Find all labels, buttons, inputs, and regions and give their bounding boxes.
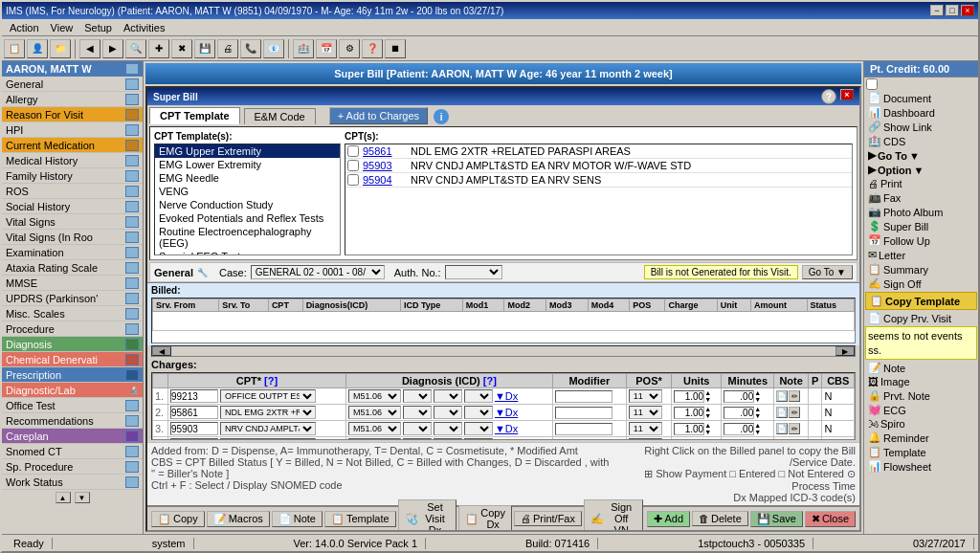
maximize-btn[interactable]: □ [946, 5, 959, 16]
charges-icd-select-4d[interactable] [464, 438, 493, 440]
toolbar-btn-5[interactable]: ▶ [102, 39, 123, 58]
btn-copy[interactable]: 📋 Copy [151, 511, 205, 527]
nav-diagnosis[interactable]: Diagnosis [2, 337, 143, 352]
superbill-close-btn[interactable]: × [840, 89, 854, 100]
charges-min-up-2[interactable]: ▲ [754, 406, 761, 412]
charges-units-down-2[interactable]: ▼ [704, 412, 711, 419]
rsp-letter[interactable]: ✉ Letter [864, 248, 978, 262]
toolbar-btn-9[interactable]: 💾 [194, 39, 215, 58]
nav-ros[interactable]: ROS [2, 184, 143, 199]
charges-cpt-input-4[interactable] [170, 438, 218, 440]
charges-modifier-4[interactable] [555, 439, 612, 441]
charges-units-3[interactable] [674, 423, 704, 435]
nav-work-status[interactable]: Work Status [2, 475, 143, 490]
cpt-code-0[interactable]: 95861 [363, 145, 411, 157]
charges-modifier-2[interactable] [555, 407, 612, 419]
charges-note-edit-1[interactable]: ✏ [789, 390, 800, 402]
nav-scroll-up[interactable]: ▲ [56, 492, 71, 503]
btn-template[interactable]: 📋 Template [324, 511, 396, 527]
nav-social-history[interactable]: Social History [2, 199, 143, 214]
toolbar-btn-8[interactable]: ✖ [171, 39, 192, 58]
cpt-template-list[interactable]: EMG Upper Extremity EMG Lower Extremity … [154, 144, 341, 255]
charges-min-down-3[interactable]: ▼ [754, 429, 761, 435]
nav-medical-history[interactable]: Medical History [2, 153, 143, 168]
charges-min-down-1[interactable]: ▼ [754, 396, 761, 403]
toolbar-btn-3[interactable]: 📁 [50, 39, 71, 58]
rsp-flowsheet[interactable]: 📊 Flowsheet [864, 459, 978, 474]
charges-icd-select-2d[interactable] [464, 406, 493, 419]
nav-prescription[interactable]: Prescription [2, 367, 143, 383]
toolbar-btn-14[interactable]: 📅 [316, 39, 337, 58]
nav-scroll-down[interactable]: ▼ [75, 492, 90, 503]
rsp-summary[interactable]: 📋 Summary [864, 262, 978, 276]
charges-icd-select-4b[interactable] [403, 438, 432, 440]
charges-icd-select-1d[interactable] [464, 389, 493, 403]
btn-close[interactable]: ✖ Close [805, 511, 856, 527]
charges-note-icon-2[interactable]: 📄 [776, 407, 788, 418]
charges-icd-select-3b[interactable] [403, 422, 432, 435]
charges-minutes-4[interactable] [724, 439, 754, 441]
charges-units-2[interactable] [674, 407, 704, 419]
nav-updrs[interactable]: UPDRS (Parkinson' [2, 291, 143, 306]
toolbar-btn-13[interactable]: 🏥 [293, 39, 314, 58]
nav-allergy[interactable]: Allergy [2, 92, 143, 107]
menu-view[interactable]: View [45, 19, 79, 35]
rsp-ecg[interactable]: 💓 ECG [864, 403, 978, 417]
btn-macros[interactable]: 📝 Macros [207, 511, 270, 527]
cpt-template-item-2[interactable]: EMG Needle [155, 171, 340, 185]
rsp-cds[interactable]: 🏥 CDS [864, 134, 978, 148]
charges-pos-select-1[interactable]: 11 [629, 389, 662, 403]
nav-misc-scales[interactable]: Misc. Scales [2, 306, 143, 321]
nav-office-test[interactable]: Office Test [2, 398, 143, 413]
charges-units-up-4[interactable]: ▲ [704, 438, 711, 440]
rsp-option[interactable]: ▶ Option ▼ [864, 163, 978, 177]
rsp-copy-template[interactable]: 📋 Copy Template [865, 292, 977, 310]
toolbar-btn-2[interactable]: 👤 [27, 39, 48, 58]
charges-note-icon-1[interactable]: 📄 [776, 390, 788, 402]
toolbar-btn-16[interactable]: ❓ [362, 39, 383, 58]
charges-minutes-1[interactable] [724, 390, 754, 403]
tab-cpt-template[interactable]: CPT Template [149, 107, 240, 124]
charges-units-1[interactable] [674, 390, 704, 403]
info-icon[interactable]: i [434, 109, 449, 124]
rsp-photo-album[interactable]: 📷 Photo Album [864, 205, 978, 219]
minimize-btn[interactable]: − [930, 5, 944, 16]
nav-reason-for-visit[interactable]: Reason For Visit [2, 107, 143, 122]
charges-cpt-select-4[interactable] [220, 438, 316, 440]
charges-dx-link-3[interactable]: ▼Dx [495, 423, 518, 434]
charges-modifier-1[interactable] [555, 390, 612, 403]
rsp-document[interactable]: 📄 Document [864, 91, 978, 105]
charges-units-4[interactable] [674, 439, 704, 441]
charges-cpt-select-3[interactable]: NRV CNDJ AMPLT&STD EA [220, 422, 316, 435]
toolbar-btn-1[interactable]: 📋 [4, 39, 25, 58]
charges-cpt-input-3[interactable] [170, 422, 218, 435]
charges-icd-select-1a[interactable]: M51.06 [348, 389, 401, 403]
toolbar-btn-6[interactable]: 🔍 [125, 39, 146, 58]
rsp-copy-prv-visit[interactable]: 📄 Copy Prv. Visit [864, 311, 978, 325]
nav-procedure[interactable]: Procedure [2, 321, 143, 337]
btn-save[interactable]: 💾 Save [750, 511, 803, 527]
charges-note-edit-3[interactable]: ✏ [789, 423, 800, 434]
close-btn[interactable]: × [961, 5, 974, 16]
charges-icd-select-1c[interactable] [434, 389, 462, 403]
rsp-show-link[interactable]: 🔗 Show Link [864, 120, 978, 134]
toolbar-btn-7[interactable]: ✚ [148, 39, 169, 58]
btn-print-fax[interactable]: 🖨 Print/Fax [514, 511, 582, 526]
menu-action[interactable]: Action [4, 19, 45, 35]
charges-cpt-input-2[interactable] [170, 406, 218, 419]
menu-setup[interactable]: Setup [78, 19, 118, 35]
charges-min-down-2[interactable]: ▼ [754, 412, 761, 419]
nav-mmse[interactable]: MMSE [2, 276, 143, 291]
case-select[interactable]: GENERAL 02 - 0001 - 08/ [251, 265, 385, 279]
charges-dx-link-1[interactable]: ▼Dx [495, 390, 518, 402]
rsp-image[interactable]: 🖼 Image [864, 375, 978, 388]
cpt-code-2[interactable]: 95904 [363, 174, 411, 186]
charges-pos-select-2[interactable]: 11 [629, 406, 662, 419]
cpt-template-item-0[interactable]: EMG Upper Extremity [155, 144, 340, 158]
cpt-check-0[interactable] [347, 145, 359, 157]
nav-hpi[interactable]: HPI [2, 122, 143, 138]
nav-careplan[interactable]: Careplan [2, 429, 143, 444]
charges-note-icon-3[interactable]: 📄 [776, 423, 788, 434]
charges-units-up-2[interactable]: ▲ [704, 406, 711, 412]
rsp-follow-up[interactable]: 📅 Follow Up [864, 233, 978, 248]
